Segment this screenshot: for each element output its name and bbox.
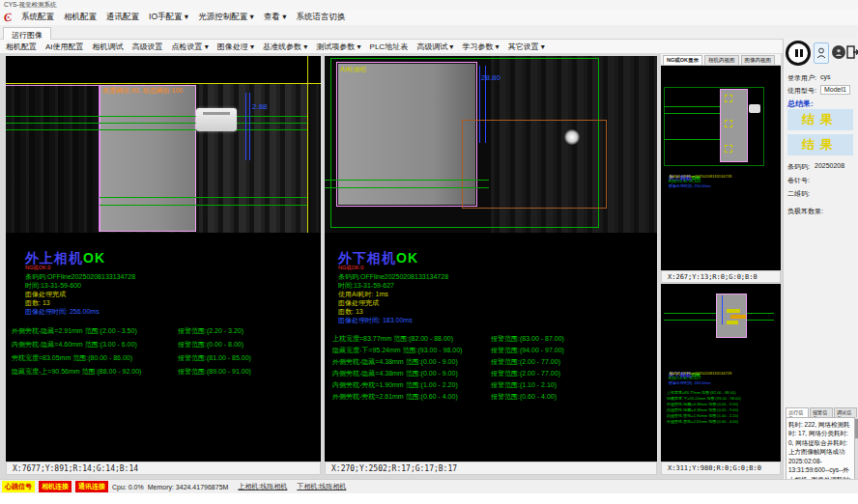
operator-button[interactable] — [832, 45, 845, 59]
toolbar-camera-config[interactable]: 相机配置 — [6, 42, 37, 52]
menu-item-comm-config[interactable]: 通讯配置 — [106, 12, 139, 23]
app-logo-icon: Ͼ — [3, 10, 13, 25]
qr-code-label: 二维码: — [787, 189, 810, 199]
measure-text: 隐藏宽度-下=95.24mm 范围:(93.00 - 98.00) — [332, 347, 462, 353]
toolbar-camera-debug[interactable]: 相机调试 — [93, 42, 124, 52]
preview-a-coords-bar: X:267;Y:13;R:0;G:0;B:0 — [661, 270, 781, 283]
left-boundary-yellow — [307, 56, 308, 233]
preview-b-row: 内侧旁枕-隐藏=4.38mm 范围:(0.00 - 9.00) — [667, 407, 738, 412]
app-title: CYS-视觉检测系统 — [4, 1, 57, 8]
preview-a-line — [664, 139, 720, 140]
tab-count-label: 负极耳数量: — [787, 207, 823, 216]
preview-a-line — [664, 106, 720, 107]
toolbar-plc-address[interactable]: PLC地址表 — [370, 42, 409, 52]
preview-tab-ngok[interactable]: NG或OK显示 — [663, 55, 702, 65]
left-connector-stripe — [203, 112, 230, 115]
menu-item-io-config[interactable]: IO手配置 ▾ — [149, 12, 188, 23]
toolbar-learning-params[interactable]: 学习参数 ▾ — [462, 42, 499, 52]
toolbar-test-params[interactable]: 测试项参数 ▾ — [316, 42, 360, 52]
alarm-text: 报警范围:(0.00 - 8.00) — [178, 340, 243, 350]
toolbar: 相机配置 AI使用配置 相机调试 高级设置 点检设置 ▾ 图像处理 ▾ 基准线参… — [0, 40, 783, 54]
tab-run-image[interactable]: 运行图像 — [3, 27, 51, 40]
left-measure-line-3 — [6, 129, 307, 130]
left-coords-bar: X:7677;Y:891;R:14;G:14;B:14 — [6, 462, 321, 475]
right-measure-row: 外侧旁枕-旁枕=2.61mm 范围:(0.60 - 4.00)报警范围:(0.6… — [332, 392, 655, 402]
toolbar-baseline-params[interactable]: 基准线参数 ▾ — [263, 42, 307, 52]
preview-b-mark — [730, 315, 746, 319]
left-edge-line — [99, 85, 100, 232]
left-pink-baseline — [6, 85, 100, 86]
preview-a-proc: 图像处理时间: 256.00ms — [669, 183, 711, 188]
alarm-text: 报警范围:(81.00 - 85.00) — [178, 353, 251, 363]
control-panel: 登录用户: cys 使用型号: Model1 总结果: 结果 结果 条码码: 2… — [783, 39, 858, 492]
right-proc-time: 图像处理时间: 183.00ms — [338, 316, 413, 325]
toolbar-other-settings[interactable]: 其它设置 ▾ — [508, 42, 545, 52]
user-label: 登录用户: — [787, 73, 816, 83]
toolbar-ai-config[interactable]: AI使用配置 — [45, 42, 84, 52]
left-measure-line-2 — [6, 123, 307, 124]
preview-a-connector — [749, 104, 760, 113]
left-proc-time: 图像处理时间: 256.00ms — [25, 307, 100, 317]
pause-button[interactable] — [786, 41, 811, 66]
right-measure-line-1 — [325, 180, 489, 181]
preview-panel-bottom[interactable]: 外下相机OK 条码码:OFFline20250208133134728 时间:1… — [661, 284, 781, 462]
left-baseline-yellow — [6, 83, 321, 84]
left-measure-row: 旁枕宽度=83.05mm 范围:(80.00 - 86.00)报警范围:(81.… — [12, 353, 319, 363]
menu-item-view[interactable]: 查看 ▾ — [264, 12, 287, 23]
preview-tab-camera[interactable]: 相机内视图 — [704, 55, 739, 65]
upper-camera-link[interactable]: 上相机:线阵相机 — [238, 482, 287, 491]
right-measure-row: 内侧旁枕-旁枕=1.90mm 范围:(1.00 - 2.20)报警范围:(1.1… — [332, 380, 655, 390]
exit-button[interactable] — [846, 45, 858, 59]
right-ai-annotation: AI检测框 — [340, 65, 367, 74]
pin-number-label: 卷针号: — [787, 176, 810, 185]
left-part-block — [100, 85, 196, 232]
preview-a-green-box — [664, 87, 764, 166]
measure-text: 内侧旁枕-隐藏=4.60mm 范围:(3.00 - 6.00) — [12, 341, 137, 348]
tab-strip: 运行图像 — [0, 25, 858, 40]
measure-text: 外侧旁枕-隐藏=4.38mm 范围:(0.00 - 9.00) — [332, 358, 458, 365]
menu-bar: Ͼ 系统配置 相机配置 通讯配置 IO手配置 ▾ 光源控制配置 ▾ 查看 ▾ 系… — [0, 10, 858, 25]
toolbar-image-processing[interactable]: 图像处理 ▾ — [217, 42, 254, 52]
left-camera-name: 外上相机 — [25, 250, 83, 266]
preview-tab-image[interactable]: 图像内视图 — [741, 55, 776, 65]
alarm-text: 报警范围:(94.00 - 97.00) — [491, 346, 564, 355]
exit-door-icon — [846, 45, 858, 59]
model-value[interactable]: Model1 — [820, 85, 850, 95]
lower-camera-link[interactable]: 下相机:线阵相机 — [297, 482, 346, 491]
right-camera-view[interactable]: AI检测框 28.80 外下相机OK NG或OK:0 条码码:OFFline20… — [325, 56, 657, 462]
toolbar-advanced-settings[interactable]: 高级设置 — [132, 42, 163, 52]
left-measure-line-1 — [6, 116, 307, 117]
toolbar-spot-check[interactable]: 点检设置 ▾ — [172, 42, 209, 52]
right-roi-brown-box — [462, 120, 607, 209]
menu-item-language[interactable]: 系统语言切换 — [296, 12, 345, 23]
result-box-2: 结果 — [787, 134, 853, 155]
left-caliper-line-b — [249, 93, 250, 160]
right-measure-row: 外侧旁枕-隐藏=4.38mm 范围:(0.00 - 9.00)报警范围:(2.0… — [332, 357, 655, 367]
user-login-button[interactable] — [814, 42, 829, 64]
preview-a-line — [664, 113, 720, 114]
measure-text: 内侧旁枕-旁枕=1.90mm 范围:(1.00 - 2.20) — [332, 381, 458, 388]
left-camera-verdict: OK — [83, 250, 105, 266]
total-result-label: 总结果: — [787, 98, 814, 109]
alarm-text: 报警范围:(2.00 - 77.00) — [491, 357, 560, 367]
barcode-value: 20250208 — [815, 162, 844, 169]
left-caliper-value: 2.88 — [252, 102, 268, 111]
status-bar: 心跳信号 相机连接 通讯连接 Cpu: 0.0% Memory: 3424.41… — [0, 479, 858, 493]
model-label: 使用型号: — [787, 86, 816, 96]
toolbar-advanced-debug[interactable]: 高级调试 ▾ — [416, 42, 453, 52]
user-value: cys — [820, 73, 831, 80]
preview-b-row: 外侧旁枕-旁枕=2.61mm 范围:(0.60 - 4.00) — [667, 419, 738, 424]
preview-panel-top[interactable]: 外上相机OK 条码码:OFFline20250208133134728 时间:1… — [661, 66, 781, 270]
preview-tab-strip: NG或OK显示 相机内视图 图像内视图 — [661, 54, 781, 66]
memory-usage: Memory: 3424.41796875M — [148, 484, 229, 490]
left-camera-view[interactable]: 灰度阈值:93, 动态阈值:100 2.88 外上相机OK NG或OK:0 条码… — [6, 56, 321, 462]
right-measure-row: 内侧旁枕-隐藏=4.38mm 范围:(0.00 - 9.00)报警范围:(2.0… — [332, 369, 655, 378]
pause-icon — [795, 49, 798, 57]
menu-item-system-config[interactable]: 系统配置 — [21, 12, 54, 23]
left-measure-row: 隐藏宽度-上=90.56mm 范围:(88.00 - 92.00)报警范围:(8… — [12, 367, 319, 377]
right-camera-name: 外下相机 — [338, 250, 396, 266]
menu-item-camera-config[interactable]: 相机配置 — [64, 12, 97, 23]
left-measure-line-5 — [100, 205, 307, 206]
menu-item-light-config[interactable]: 光源控制配置 ▾ — [198, 12, 254, 23]
preview-b-row: 上枕宽度=83.77mm 范围:(82.00 - 88.00) — [667, 390, 735, 395]
